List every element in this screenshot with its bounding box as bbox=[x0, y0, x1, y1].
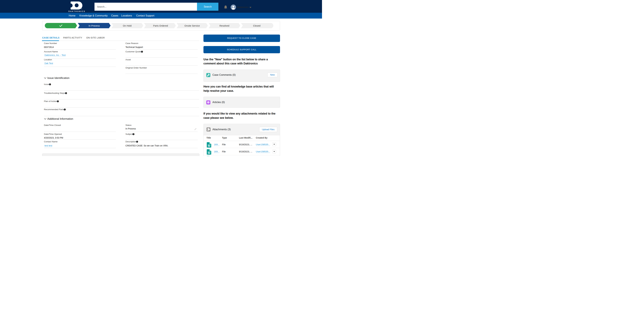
svg-text:Onsite Service: Onsite Service bbox=[184, 24, 200, 27]
svg-text:®: ® bbox=[81, 8, 82, 9]
svg-text:Resolved: Resolved bbox=[220, 24, 230, 27]
svg-text:Closed: Closed bbox=[253, 24, 260, 27]
svg-text:On Hold: On Hold bbox=[123, 24, 132, 27]
svg-text:In Process: In Process bbox=[89, 24, 100, 27]
svg-text:Parts Ordered: Parts Ordered bbox=[153, 24, 168, 27]
